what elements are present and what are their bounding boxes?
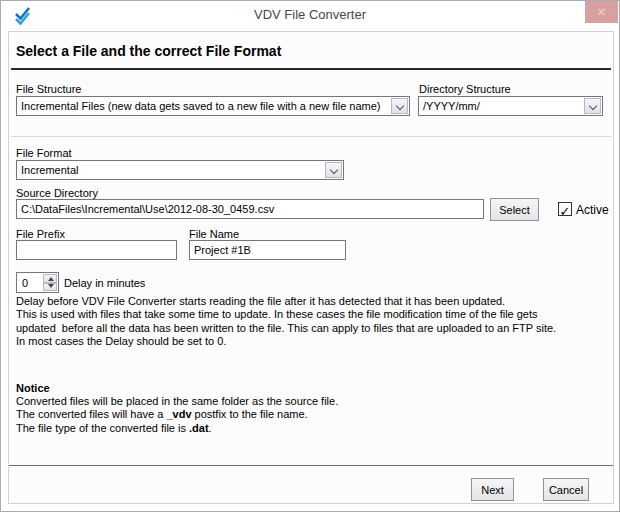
- directory-structure-label: Directory Structure: [419, 83, 511, 95]
- file-structure-combobox[interactable]: Incremental Files (new data gets saved t…: [16, 96, 410, 116]
- dropdown-arrow-icon[interactable]: [391, 98, 408, 114]
- heading-divider: [11, 68, 611, 70]
- spinner-down-icon: [48, 284, 54, 288]
- file-structure-value: Incremental Files (new data gets saved t…: [21, 97, 389, 115]
- next-button[interactable]: Next: [471, 478, 514, 501]
- title-bar: VDV File Converter ✕: [1, 1, 619, 29]
- active-checkbox-label: Active: [576, 203, 609, 217]
- cancel-button[interactable]: Cancel: [543, 478, 589, 501]
- footer-divider: [9, 465, 613, 466]
- file-format-value: Incremental: [21, 161, 323, 179]
- notice-line: Converted files will be placed in the sa…: [16, 395, 338, 408]
- vdv-file-converter-window: VDV File Converter ✕ Select a File and t…: [0, 0, 620, 512]
- close-button[interactable]: ✕: [585, 1, 618, 23]
- directory-structure-combobox[interactable]: /YYYY/mm/: [418, 96, 603, 116]
- source-directory-label: Source Directory: [16, 187, 98, 199]
- delay-spinner[interactable]: [16, 272, 59, 293]
- delay-label: Delay in minutes: [64, 277, 145, 289]
- directory-structure-value: /YYYY/mm/: [423, 97, 582, 115]
- file-format-combobox[interactable]: Incremental: [16, 160, 344, 180]
- delay-input[interactable]: [17, 273, 43, 292]
- spinner-up-icon: [48, 277, 54, 281]
- file-format-label: File Format: [16, 147, 72, 159]
- notice-line: The converted files will have a _vdv pos…: [16, 408, 338, 421]
- file-name-input[interactable]: [189, 240, 346, 260]
- delay-description-line: This is used with files that take some t…: [16, 308, 556, 321]
- delay-description-line: In most cases the Delay should be set to…: [16, 335, 556, 348]
- file-name-label: File Name: [189, 228, 239, 240]
- close-icon: ✕: [596, 5, 606, 19]
- delay-description-line: Delay before VDV File Converter starts r…: [16, 295, 556, 308]
- select-button[interactable]: Select: [490, 198, 539, 221]
- file-structure-label: File Structure: [16, 83, 81, 95]
- dropdown-arrow-icon[interactable]: [584, 98, 601, 114]
- dropdown-arrow-icon[interactable]: [325, 162, 342, 178]
- section-divider: [11, 136, 611, 137]
- checkmark-icon: ✓: [560, 204, 571, 219]
- notice-line: The file type of the converted file is .…: [16, 422, 338, 435]
- file-prefix-label: File Prefix: [16, 228, 65, 240]
- delay-description: Delay before VDV File Converter starts r…: [16, 295, 556, 348]
- source-directory-input[interactable]: [16, 199, 484, 219]
- spinner-up-button[interactable]: [43, 274, 57, 283]
- window-title: VDV File Converter: [1, 7, 619, 22]
- notice-block: Notice Converted files will be placed in…: [16, 382, 338, 435]
- page-title: Select a File and the correct File Forma…: [16, 43, 281, 59]
- spinner-down-button[interactable]: [43, 283, 57, 292]
- file-prefix-input[interactable]: [16, 240, 177, 260]
- active-checkbox[interactable]: ✓: [558, 202, 572, 216]
- notice-heading: Notice: [16, 382, 338, 395]
- delay-description-line: updated before all the data has been wri…: [16, 322, 556, 335]
